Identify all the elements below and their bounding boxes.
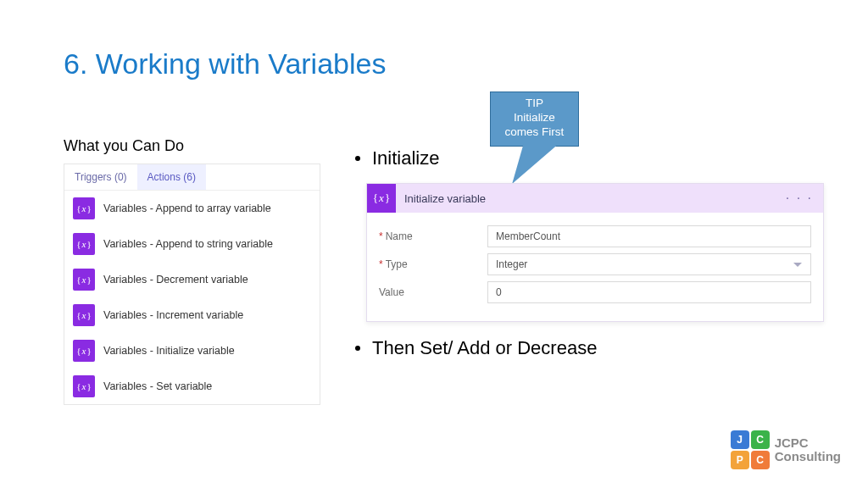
logo-tile-c: C [751,430,770,449]
variable-icon: x [73,375,95,397]
actions-panel: Triggers (0) Actions (6) x Variables - A… [64,164,320,405]
field-row-name: *Name MemberCount [379,225,811,247]
card-title: Initialize variable [404,192,486,205]
bullet-initialize: Initialize [355,147,439,169]
field-label: Value [379,286,487,298]
bullet-text: Then Set/ Add or Decrease [372,337,597,359]
card-header[interactable]: x Initialize variable · · · [367,184,823,213]
logo-tile-j: J [731,430,749,449]
tip-callout: TIP Initialize comes First [490,92,579,147]
tip-line: TIP [494,97,575,111]
field-label: *Type [379,258,487,270]
variable-icon: x [73,269,95,291]
logo-tile-c2: C [751,451,770,469]
field-row-type: *Type Integer [379,253,811,275]
value-input[interactable]: 0 [487,281,811,303]
initialize-variable-card: x Initialize variable · · · *Name Member… [366,183,824,322]
action-label: Variables - Set variable [103,380,212,392]
field-row-value: Value 0 [379,281,811,303]
action-label: Variables - Increment variable [103,309,243,321]
action-item[interactable]: x Variables - Initialize variable [64,333,320,369]
bullet-then-set: Then Set/ Add or Decrease [355,337,597,359]
bullet-dot [355,346,360,351]
bullet-text: Initialize [372,147,439,169]
tip-line: comes First [494,125,575,140]
logo-line1: JCPC [775,436,841,450]
action-item[interactable]: x Variables - Increment variable [64,297,320,333]
action-item[interactable]: x Variables - Append to string variable [64,226,320,262]
action-label: Variables - Initialize variable [103,345,235,357]
type-select[interactable]: Integer [487,253,811,275]
slide-title: 6. Working with Variables [64,47,386,80]
action-label: Variables - Decrement variable [103,274,248,286]
card-body: *Name MemberCount *Type Integer Value 0 [367,213,823,321]
jcpc-logo: J C P C JCPC Consulting [731,430,841,469]
logo-grid: J C P C [731,430,770,469]
tip-line: Initialize [494,111,575,125]
logo-tile-p: P [731,451,749,469]
action-item[interactable]: x Variables - Set variable [64,369,320,404]
tabs: Triggers (0) Actions (6) [64,164,320,191]
variable-icon: x [367,184,396,213]
tab-triggers[interactable]: Triggers (0) [64,164,137,190]
action-label: Variables - Append to string variable [103,238,273,250]
action-item[interactable]: x Variables - Append to array variable [64,191,320,226]
logo-line2: Consulting [775,450,841,463]
variable-icon: x [73,233,95,255]
variable-icon: x [73,304,95,326]
bullet-dot [355,156,360,161]
variable-icon: x [73,340,95,362]
action-item[interactable]: x Variables - Decrement variable [64,262,320,297]
tab-actions[interactable]: Actions (6) [137,164,206,190]
action-label: Variables - Append to array variable [103,202,271,214]
more-icon[interactable]: · · · [786,191,813,206]
field-label: *Name [379,230,487,242]
variable-icon: x [73,197,95,219]
name-input[interactable]: MemberCount [487,225,811,247]
logo-text: JCPC Consulting [775,436,841,463]
tip-pointer [500,143,559,184]
subtitle: What you Can Do [64,137,184,155]
